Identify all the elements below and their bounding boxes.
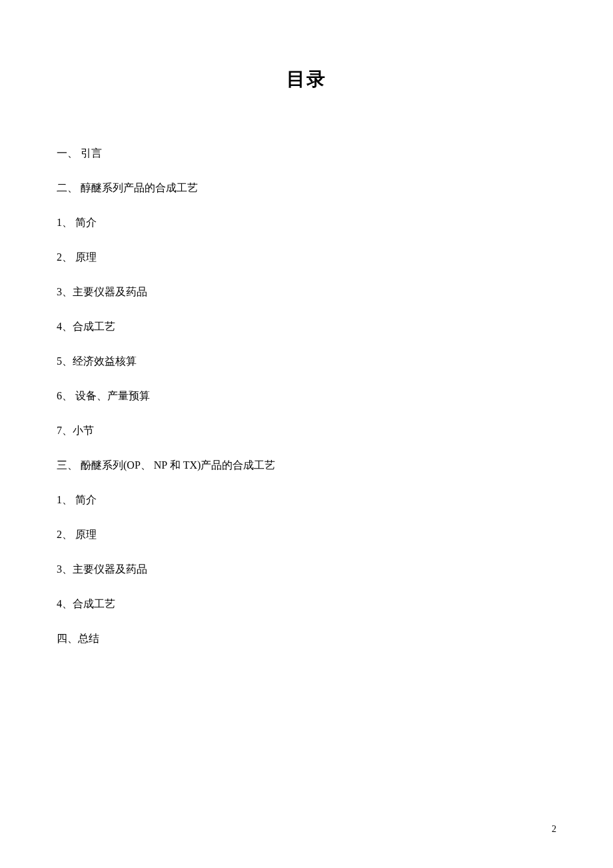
- toc-item: 四、总结: [57, 631, 556, 647]
- toc-item: 3、主要仪器及药品: [57, 284, 556, 300]
- toc-item: 4、合成工艺: [57, 319, 556, 335]
- toc-item: 一、 引言: [57, 145, 556, 161]
- toc-item: 1、 简介: [57, 215, 556, 231]
- document-page: 目录 一、 引言 二、 醇醚系列产品的合成工艺 1、 简介 2、 原理 3、主要…: [0, 0, 613, 647]
- toc-item: 二、 醇醚系列产品的合成工艺: [57, 180, 556, 196]
- toc-item: 6、 设备、产量预算: [57, 388, 556, 404]
- toc-title: 目录: [57, 67, 556, 92]
- toc-item: 5、经济效益核算: [57, 353, 556, 369]
- toc-item: 2、 原理: [57, 249, 556, 265]
- toc-item: 1、 简介: [57, 492, 556, 508]
- toc-item: 三、 酚醚系列(OP、 NP 和 TX)产品的合成工艺: [57, 457, 556, 473]
- toc-item: 2、 原理: [57, 527, 556, 543]
- toc-item: 3、主要仪器及药品: [57, 561, 556, 577]
- toc-list: 一、 引言 二、 醇醚系列产品的合成工艺 1、 简介 2、 原理 3、主要仪器及…: [57, 145, 556, 647]
- page-number: 2: [552, 824, 556, 835]
- toc-item: 7、小节: [57, 423, 556, 439]
- toc-item: 4、合成工艺: [57, 596, 556, 612]
